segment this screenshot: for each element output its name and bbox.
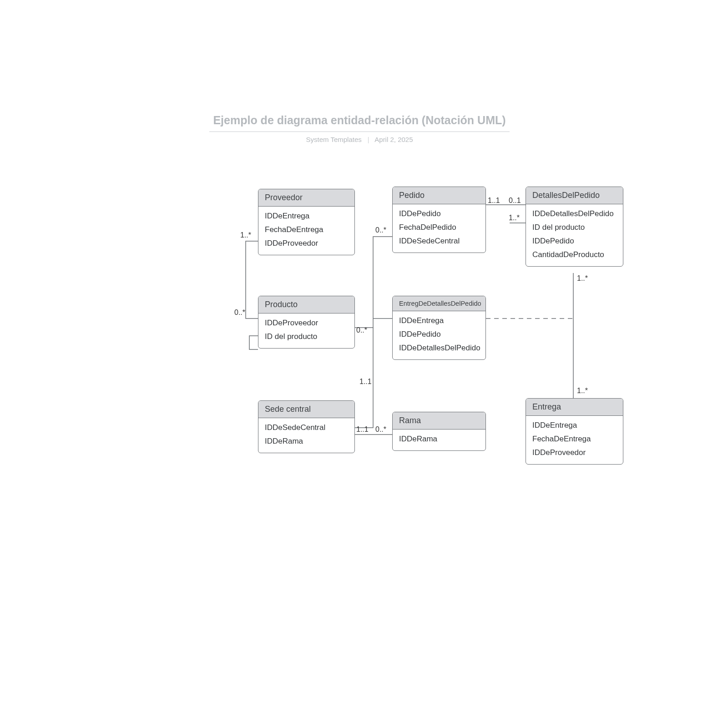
entity-pedido-attrs: IDDePedido FechaDelPedido IDDeSedeCentra…	[393, 204, 485, 253]
diagram-title: Ejemplo de diagrama entidad-relación (No…	[209, 114, 510, 130]
entity-proveedor-attrs: IDDeEntrega FechaDeEntrega IDDeProveedor	[258, 207, 354, 255]
entity-producto-attrs: IDDeProveedor ID del producto	[258, 313, 354, 348]
entity-entregadet: EntregDeDetallesDelPedido IDDeEntrega ID…	[392, 296, 486, 360]
attr: FechaDeEntrega	[532, 432, 617, 446]
mult-entrega-top: 1..*	[577, 387, 588, 395]
subtitle-right: April 2, 2025	[374, 136, 413, 143]
attr: IDDeDetallesDelPedido	[399, 341, 479, 355]
mult-rama-left: 0..*	[375, 425, 386, 434]
entity-rama: Rama IDDeRama	[392, 412, 486, 451]
mult-detalles-right-upper: 1..*	[577, 274, 588, 283]
mult-producto-left: 0..*	[234, 308, 245, 317]
attr: IDDeProveedor	[265, 237, 348, 250]
mult-detalles-below: 1..*	[509, 214, 520, 222]
entity-sede: Sede central IDDeSedeCentral IDDeRama	[258, 400, 355, 453]
attr: IDDeSedeCentral	[399, 234, 479, 248]
entity-detalles-name: DetallesDelPedido	[526, 187, 623, 204]
entity-entrega: Entrega IDDeEntrega FechaDeEntrega IDDeP…	[526, 398, 623, 465]
mult-detalles-left: 0..1	[509, 197, 521, 205]
entity-entrega-attrs: IDDeEntrega FechaDeEntrega IDDeProveedor	[526, 416, 623, 464]
entity-producto: Producto IDDeProveedor ID del producto	[258, 296, 355, 349]
attr: IDDeProveedor	[265, 316, 348, 330]
attr: IDDePedido	[532, 234, 617, 248]
connector-lines	[0, 0, 728, 728]
mult-sede-right: 1..1	[356, 425, 369, 434]
entity-pedido-name: Pedido	[393, 187, 485, 204]
entity-entregadet-name: EntregDeDetallesDelPedido	[393, 296, 485, 311]
attr: IDDeEntrega	[399, 314, 479, 328]
attr: IDDePedido	[399, 207, 479, 221]
mult-producto-right: 0..*	[356, 326, 367, 334]
entity-proveedor: Proveedor IDDeEntrega FechaDeEntrega IDD…	[258, 189, 355, 255]
attr: CantidadDeProducto	[532, 248, 617, 262]
entity-detalles-attrs: IDDeDetallesDelPedido ID del producto ID…	[526, 204, 623, 266]
entity-entrega-name: Entrega	[526, 399, 623, 416]
title-block: Ejemplo de diagrama entidad-relación (No…	[209, 114, 510, 143]
entity-sede-attrs: IDDeSedeCentral IDDeRama	[258, 418, 354, 453]
attr: FechaDeEntrega	[265, 223, 348, 237]
attr: IDDeEntrega	[532, 419, 617, 432]
entity-rama-attrs: IDDeRama	[393, 430, 485, 450]
attr: ID del producto	[265, 330, 348, 344]
entity-sede-name: Sede central	[258, 401, 354, 418]
entity-detalles: DetallesDelPedido IDDeDetallesDelPedido …	[526, 187, 623, 267]
edge-proveedor-producto	[246, 241, 258, 318]
entity-pedido: Pedido IDDePedido FechaDelPedido IDDeSed…	[392, 187, 486, 253]
diagram-canvas: Ejemplo de diagrama entidad-relación (No…	[0, 0, 728, 728]
mult-proveedor-left: 1..*	[240, 231, 251, 239]
subtitle-left: System Templates	[306, 136, 361, 143]
entity-proveedor-name: Proveedor	[258, 189, 354, 207]
edge-producto-pedido	[355, 237, 392, 328]
mult-sede-top: 1..1	[359, 378, 372, 386]
mult-pedido-right: 1..1	[488, 197, 500, 205]
diagram-subtitle: System Templates April 2, 2025	[209, 136, 510, 143]
subtitle-separator	[368, 137, 369, 143]
attr: FechaDelPedido	[399, 221, 479, 234]
attr: IDDeRama	[399, 432, 479, 446]
attr: ID del producto	[532, 221, 617, 234]
edge-producto-self	[249, 336, 258, 349]
entity-entregadet-attrs: IDDeEntrega IDDePedido IDDeDetallesDelPe…	[393, 311, 485, 359]
title-rule	[209, 131, 510, 132]
attr: IDDePedido	[399, 328, 479, 341]
entity-producto-name: Producto	[258, 296, 354, 313]
attr: IDDeEntrega	[265, 209, 348, 223]
attr: IDDeSedeCentral	[265, 421, 348, 435]
attr: IDDeRama	[265, 435, 348, 448]
attr: IDDeDetallesDelPedido	[532, 207, 617, 221]
attr: IDDeProveedor	[532, 446, 617, 460]
mult-pedido-left: 0..*	[375, 226, 386, 234]
entity-rama-name: Rama	[393, 412, 485, 430]
